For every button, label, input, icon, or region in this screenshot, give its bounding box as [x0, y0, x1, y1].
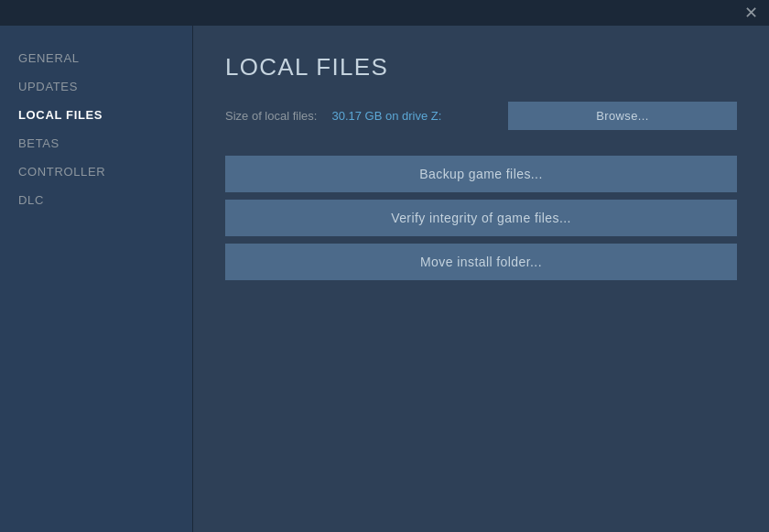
- verify-button[interactable]: Verify integrity of game files...: [225, 200, 737, 236]
- backup-button[interactable]: Backup game files...: [225, 156, 737, 192]
- size-row: Size of local files: 30.17 GB on drive Z…: [225, 102, 737, 130]
- close-button[interactable]: ✕: [741, 3, 762, 23]
- sidebar-item-dlc[interactable]: DLC: [0, 186, 192, 214]
- titlebar: ✕: [0, 0, 769, 26]
- size-label: Size of local files:: [225, 109, 317, 123]
- content-area: LOCAL FILES Size of local files: 30.17 G…: [192, 26, 769, 532]
- dialog-body: GENERAL UPDATES LOCAL FILES BETAS CONTRO…: [0, 26, 769, 532]
- sidebar-item-local-files[interactable]: LOCAL FILES: [0, 101, 192, 129]
- sidebar-item-general[interactable]: GENERAL: [0, 44, 192, 72]
- sidebar: GENERAL UPDATES LOCAL FILES BETAS CONTRO…: [0, 26, 192, 532]
- sidebar-item-controller[interactable]: CONTROLLER: [0, 157, 192, 186]
- dialog-window: ✕ GENERAL UPDATES LOCAL FILES BETAS CONT…: [0, 0, 769, 532]
- sidebar-item-updates[interactable]: UPDATES: [0, 72, 192, 101]
- move-button[interactable]: Move install folder...: [225, 244, 737, 280]
- browse-button[interactable]: Browse...: [508, 102, 737, 130]
- size-value: 30.17 GB on drive Z:: [331, 109, 441, 123]
- sidebar-item-betas[interactable]: BETAS: [0, 129, 192, 157]
- page-title: LOCAL FILES: [225, 53, 737, 81]
